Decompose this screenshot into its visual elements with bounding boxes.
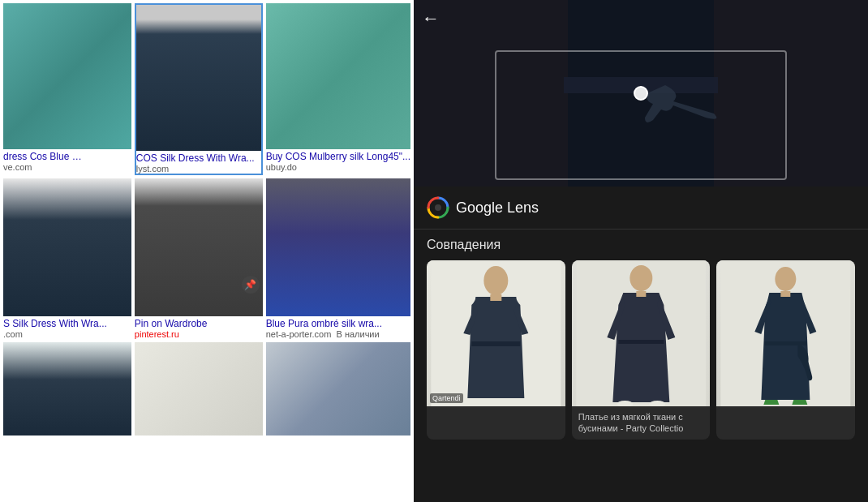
- result-image-1: [3, 3, 131, 149]
- match-card-1[interactable]: Qartendi: [427, 260, 565, 440]
- google-lens-logo: [427, 196, 449, 219]
- match-label-1: [427, 406, 565, 416]
- result-title-3: Buy COS Mulberry silk Long45"...: [266, 151, 410, 162]
- result-item-3[interactable]: Buy COS Mulberry silk Long45"... ubuy.do: [266, 3, 410, 175]
- result-item-6[interactable]: Blue Pura ombré silk wra... net-a-porter…: [266, 178, 410, 339]
- matches-grid: Qartendi: [427, 260, 855, 440]
- selection-frame: [495, 50, 787, 180]
- search-results-grid: dress Cos Blue … ve.com COS Silk Dress W…: [0, 0, 414, 502]
- match-label-3: [716, 406, 855, 416]
- match-image-1: Qartendi: [427, 260, 565, 406]
- svg-rect-18: [765, 341, 807, 345]
- match-label-2: Платье из мягкой ткани с бусинами - Part…: [572, 406, 711, 440]
- result-title-6: Blue Pura ombré silk wra...: [266, 318, 410, 329]
- result-source-6: net-a-porter.com В наличии: [266, 329, 410, 339]
- result-source-3: ubuy.do: [266, 162, 410, 172]
- match-card-3[interactable]: [716, 260, 855, 440]
- result-image-9: [266, 342, 410, 435]
- svg-rect-7: [490, 294, 501, 301]
- result-source-2: lyst.com: [136, 164, 261, 174]
- svg-rect-11: [636, 291, 646, 297]
- result-image-8: [135, 342, 263, 435]
- result-item-4[interactable]: S Silk Dress With Wra... .com: [3, 178, 131, 339]
- svg-point-16: [776, 267, 797, 291]
- result-item-8[interactable]: [135, 342, 263, 435]
- result-image-3: [266, 3, 410, 149]
- image-preview: ←: [414, 0, 868, 187]
- result-item-5[interactable]: 📌 Pin on Wardrobe pinterest.ru: [135, 178, 263, 339]
- lens-panel: ←: [414, 0, 868, 502]
- selection-indicator: [634, 86, 648, 101]
- svg-rect-8: [471, 341, 520, 346]
- match-dress-svg-1: [427, 260, 565, 406]
- match-image-2: [572, 260, 711, 406]
- result-item-9[interactable]: [266, 342, 410, 435]
- result-image-7: [3, 342, 131, 435]
- result-image-2: [136, 5, 261, 151]
- result-title-1: dress Cos Blue …: [3, 151, 131, 162]
- result-image-4: [3, 178, 131, 316]
- matches-section: Совпадения: [414, 230, 868, 502]
- result-image-6: [266, 178, 410, 316]
- result-item-1[interactable]: dress Cos Blue … ve.com: [3, 3, 131, 175]
- result-item-7[interactable]: [3, 342, 131, 435]
- lens-logo-icon: [427, 196, 449, 219]
- match-dress-svg-3: [716, 260, 855, 406]
- svg-rect-17: [781, 291, 791, 297]
- match-watermark-1: Qartendi: [430, 393, 463, 403]
- google-lens-header: Google Lens: [414, 187, 868, 230]
- match-card-2[interactable]: Платье из мягкой ткани с бусинами - Part…: [572, 260, 711, 440]
- result-title-2: COS Silk Dress With Wra...: [136, 152, 261, 164]
- result-title-4: S Silk Dress With Wra...: [3, 318, 131, 329]
- match-image-3: [716, 260, 855, 406]
- back-button[interactable]: ←: [422, 8, 440, 29]
- svg-point-6: [483, 266, 508, 295]
- google-lens-title: Google Lens: [456, 200, 539, 217]
- svg-point-10: [630, 265, 652, 291]
- svg-point-4: [435, 204, 441, 211]
- matches-heading: Совпадения: [427, 238, 855, 252]
- result-source-1: ve.com: [3, 162, 131, 172]
- result-item-2[interactable]: COS Silk Dress With Wra... lyst.com: [135, 3, 263, 175]
- result-source-4: .com: [3, 329, 131, 339]
- result-image-5: [135, 178, 263, 316]
- result-title-5: Pin on Wardrobe: [135, 318, 263, 329]
- pin-badge: 📌: [242, 276, 260, 294]
- result-source-5: pinterest.ru: [135, 329, 263, 339]
- svg-rect-12: [618, 340, 664, 344]
- match-dress-svg-2: [572, 260, 711, 406]
